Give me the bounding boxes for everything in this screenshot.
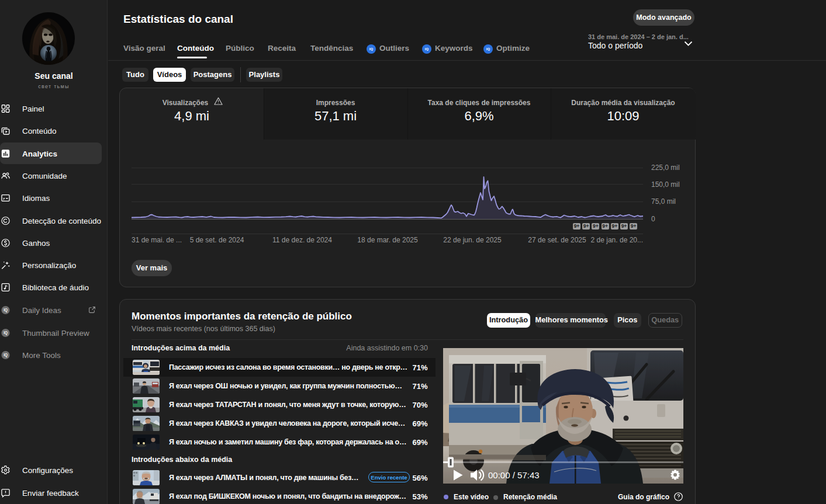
svg-text:IQ: IQ: [4, 331, 8, 335]
svg-text:IQ: IQ: [4, 308, 8, 312]
svg-text:IQ: IQ: [425, 47, 429, 51]
svg-text:IQ: IQ: [4, 353, 8, 357]
svg-text:00:00 / 57:43: 00:00 / 57:43: [488, 470, 540, 480]
svg-text:IQ: IQ: [486, 47, 490, 51]
svg-text:IQ: IQ: [369, 47, 374, 51]
